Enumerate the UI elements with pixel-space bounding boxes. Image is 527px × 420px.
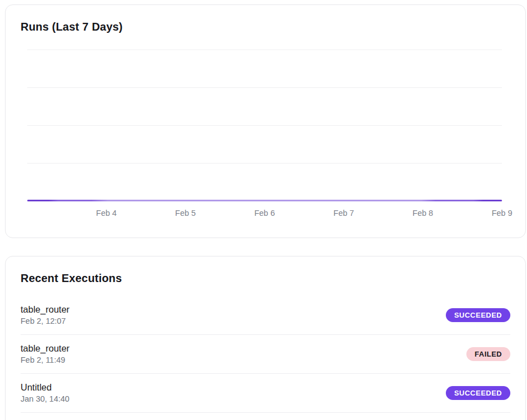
x-tick-label: Feb 7 xyxy=(334,209,354,218)
status-badge: SUCCEEDED xyxy=(446,386,510,400)
chart-gridline xyxy=(27,87,502,88)
chart-gridline xyxy=(27,125,502,126)
execution-timestamp: Jan 30, 14:40 xyxy=(21,393,69,405)
execution-timestamp: Feb 2, 12:07 xyxy=(21,315,69,327)
chart-gridline xyxy=(27,50,502,50)
recent-executions-title: Recent Executions xyxy=(21,271,525,285)
x-tick-label: Feb 9 xyxy=(491,209,512,218)
chart-gridline xyxy=(27,163,502,164)
chart-x-axis: Feb 4 Feb 5 Feb 6 Feb 7 Feb 8 Feb 9 xyxy=(27,209,502,221)
x-tick-label: Feb 4 xyxy=(96,209,117,218)
x-tick-label: Feb 5 xyxy=(175,209,196,218)
execution-info: table_router Feb 2, 12:07 xyxy=(21,303,69,327)
runs-chart-card: Runs (Last 7 Days) Feb 4 Feb 5 Feb 6 Feb… xyxy=(5,4,526,238)
execution-timestamp: Feb 2, 11:49 xyxy=(21,354,69,366)
execution-row[interactable]: table_router Feb 2, 12:07 SUCCEEDED xyxy=(21,296,510,335)
execution-row[interactable]: Untitled Jan 30, 14:40 SUCCEEDED xyxy=(21,374,510,413)
execution-row[interactable]: table_router Feb 2, 11:49 FAILED xyxy=(21,335,510,374)
execution-name: Untitled xyxy=(21,381,69,393)
status-badge: SUCCEEDED xyxy=(446,308,510,322)
execution-info: Untitled Jan 30, 14:40 xyxy=(21,381,69,405)
execution-name: table_router xyxy=(21,303,69,315)
runs-series-line xyxy=(27,200,502,201)
recent-executions-card: Recent Executions table_router Feb 2, 12… xyxy=(5,256,526,420)
runs-chart-title: Runs (Last 7 Days) xyxy=(21,20,525,33)
status-badge: FAILED xyxy=(466,347,510,361)
execution-info: table_router Feb 2, 11:49 xyxy=(21,342,69,366)
execution-name: table_router xyxy=(21,342,69,354)
runs-chart-plot-area xyxy=(27,50,502,203)
x-tick-label: Feb 6 xyxy=(254,209,275,218)
executions-list: table_router Feb 2, 12:07 SUCCEEDED tabl… xyxy=(21,296,510,413)
x-tick-label: Feb 8 xyxy=(412,209,433,218)
